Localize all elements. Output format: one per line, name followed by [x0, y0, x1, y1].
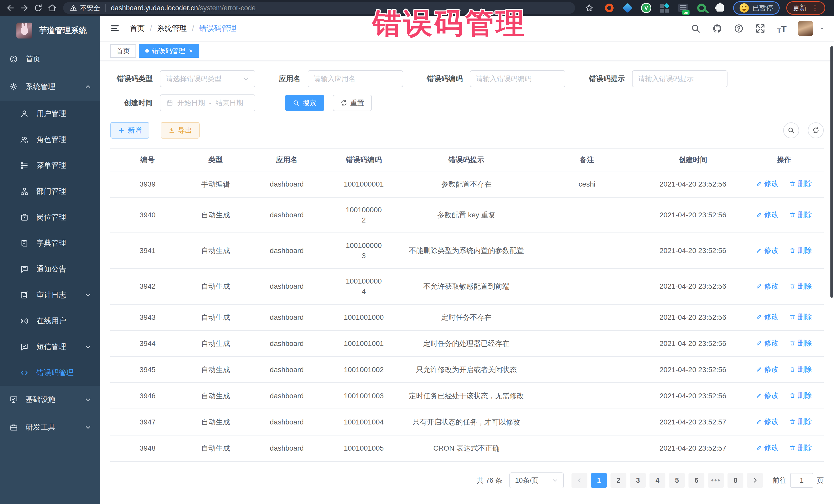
edit-link[interactable]: 修改 [756, 179, 778, 189]
github-icon[interactable] [712, 23, 723, 34]
sidebar-item-dicts[interactable]: 字典管理 [0, 230, 100, 256]
more-pages-button[interactable]: ••• [708, 473, 724, 488]
cell-time: 2021-04-20 23:52:56 [641, 197, 744, 233]
search-icon [788, 127, 795, 134]
hamburger-icon[interactable] [110, 23, 120, 34]
sidebar-item-home[interactable]: 首页 [0, 45, 100, 73]
search-icon [293, 100, 300, 106]
page-button-4[interactable]: 4 [650, 473, 665, 488]
app-logo[interactable]: 芋道管理系统 [0, 16, 100, 45]
ext-squares-icon[interactable] [659, 3, 670, 13]
breadcrumb-home[interactable]: 首页 [130, 23, 145, 34]
error-type-select[interactable]: 请选择错误码类型 [160, 70, 255, 87]
add-button[interactable]: 新增 [110, 122, 149, 138]
page-button-2[interactable]: 2 [611, 473, 627, 488]
refresh-table-button[interactable] [808, 123, 824, 138]
tab-home[interactable]: 首页 [110, 44, 136, 58]
page-button-5[interactable]: 5 [669, 473, 685, 488]
delete-link[interactable]: 删除 [789, 338, 812, 348]
sidebar-item-notices[interactable]: 通知公告 [0, 256, 100, 282]
edit-link[interactable]: 修改 [756, 390, 778, 400]
page-button-8[interactable]: 8 [727, 473, 743, 488]
sidebar-item-audit-log[interactable]: 审计日志 [0, 282, 100, 308]
sidebar-item-system[interactable]: 系统管理 [0, 73, 100, 101]
edit-link[interactable]: 修改 [756, 210, 778, 220]
ext-green-v-icon[interactable]: V [641, 3, 652, 13]
error-code-input[interactable]: 请输入错误码编码 [470, 70, 565, 87]
page-size-select[interactable]: 10条/页 [509, 473, 564, 488]
delete-link[interactable]: 删除 [789, 416, 812, 427]
sidebar-item-online-users[interactable]: 在线用户 [0, 308, 100, 334]
cell-note: ceshi [532, 171, 641, 197]
error-hint-input[interactable]: 请输入错误码提示 [632, 70, 727, 87]
delete-link[interactable]: 删除 [789, 390, 812, 400]
tab-error-code[interactable]: 错误码管理× [139, 44, 199, 58]
fullscreen-icon[interactable] [755, 23, 766, 34]
page-button-1[interactable]: 1 [591, 473, 607, 488]
delete-link[interactable]: 删除 [789, 312, 812, 322]
goto-page-input[interactable]: 1 [790, 473, 813, 488]
edit-link[interactable]: 修改 [756, 281, 778, 291]
avatar-caret-icon[interactable] [819, 26, 825, 31]
search-icon[interactable] [690, 23, 701, 34]
export-button[interactable]: 导出 [161, 122, 200, 138]
app-frame: 芋道管理系统 首页 系统管理 用户管理 角色管理 菜单管理 部门管理 岗位管理 … [0, 16, 834, 504]
sidebar-item-roles[interactable]: 角色管理 [0, 127, 100, 152]
search-button[interactable]: 搜索 [285, 95, 324, 111]
browser-kebab-menu-icon[interactable]: ⋮ [811, 4, 819, 12]
delete-link[interactable]: 删除 [789, 179, 812, 189]
sidebar-item-error-code[interactable]: 错误码管理 [0, 360, 100, 386]
delete-link[interactable]: 删除 [789, 210, 812, 220]
sidebar-item-menus[interactable]: 菜单管理 [0, 152, 100, 178]
scrollbar-thumb[interactable] [830, 46, 833, 298]
sidebar-item-infrastructure[interactable]: 基础设施 [0, 386, 100, 413]
ext-on-badge-icon[interactable]: on [678, 3, 688, 13]
sidebar-item-sms[interactable]: 短信管理 [0, 334, 100, 360]
pencil-icon [756, 392, 762, 398]
user-avatar[interactable] [798, 21, 813, 36]
cell-time: 2021-04-20 23:52:56 [641, 269, 744, 304]
close-tab-icon[interactable]: × [189, 47, 193, 54]
cell-time: 2021-04-20 23:52:57 [641, 409, 744, 435]
edit-link[interactable]: 修改 [756, 312, 778, 322]
edit-link[interactable]: 修改 [756, 443, 778, 453]
delete-link[interactable]: 删除 [789, 443, 812, 453]
help-icon[interactable] [733, 23, 744, 34]
sidebar-item-dev-tools[interactable]: 研发工具 [0, 413, 100, 441]
profile-paused-badge[interactable]: 已暂停 [733, 1, 780, 15]
edit-link[interactable]: 修改 [756, 364, 778, 374]
browser-forward-icon[interactable] [18, 1, 31, 15]
delete-link[interactable]: 删除 [789, 281, 812, 291]
ext-blue-gem-icon[interactable] [622, 3, 633, 13]
app-name-input[interactable]: 请输入应用名 [308, 70, 403, 87]
bookmark-star-icon[interactable] [582, 1, 596, 15]
date-range-input[interactable]: 开始日期 - 结束日期 [160, 94, 255, 111]
cell-msg: 只允许修改为开启或者关闭状态 [400, 357, 532, 383]
next-page-button[interactable] [747, 473, 763, 488]
font-size-icon[interactable]: TT [776, 23, 787, 34]
ext-puzzle-icon[interactable] [715, 3, 725, 13]
chevron-down-icon [85, 396, 91, 403]
delete-link[interactable]: 删除 [789, 364, 812, 374]
browser-home-icon[interactable] [45, 1, 59, 15]
ext-orange-ring-icon[interactable] [604, 3, 615, 13]
edit-link[interactable]: 修改 [756, 245, 778, 256]
sidebar-item-posts[interactable]: 岗位管理 [0, 204, 100, 230]
cell-note [532, 357, 641, 383]
sidebar-item-depts[interactable]: 部门管理 [0, 178, 100, 204]
delete-link[interactable]: 删除 [789, 245, 812, 256]
cell-time: 2021-04-20 23:52:57 [641, 435, 744, 461]
edit-link[interactable]: 修改 [756, 416, 778, 427]
browser-update-button[interactable]: 更新 ⋮ [786, 1, 825, 15]
breadcrumb-system[interactable]: 系统管理 [157, 23, 187, 34]
edit-link[interactable]: 修改 [756, 338, 778, 348]
ext-green-key-icon[interactable] [696, 3, 707, 13]
browser-reload-icon[interactable] [31, 1, 45, 15]
page-button-6[interactable]: 6 [688, 473, 704, 488]
reset-button[interactable]: 重置 [333, 95, 372, 111]
sidebar-item-users[interactable]: 用户管理 [0, 101, 100, 127]
browser-back-icon[interactable] [4, 1, 18, 15]
toggle-search-button[interactable] [783, 123, 799, 138]
prev-page-button[interactable] [571, 473, 587, 488]
page-button-3[interactable]: 3 [630, 473, 646, 488]
